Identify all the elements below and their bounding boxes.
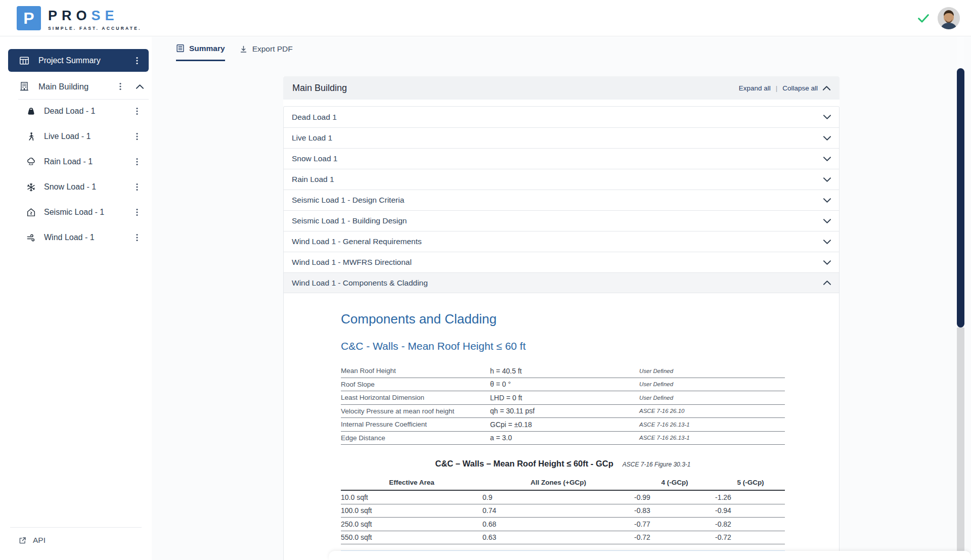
building-icon [19,81,29,91]
sidebar-item-live-load[interactable]: Live Load - 1 [8,126,149,147]
table-row: 250.0 sqft 0.68 -0.77 -0.82 [341,518,785,531]
sidebar-item-rain-load[interactable]: Rain Load - 1 [8,152,149,172]
chevron-down-icon [823,219,831,223]
scrollbar-track[interactable] [957,328,964,560]
logo-letter: P [23,9,34,28]
sidebar-item-label: Main Building [38,82,116,91]
sidebar-divider [18,99,149,100]
main-area: Summary Export PDF Main Building Expand … [152,37,971,560]
table-header-row: Effective Area All Zones (+GCp) 4 (-GCp)… [341,475,785,491]
brand-tagline: SIMPLE. FAST. ACCURATE. [48,26,142,31]
accordion-label: Wind Load 1 - General Requirements [292,237,422,246]
building-section-header: Main Building Expand all | Collapse all [283,76,840,100]
sidebar-item-label: Snow Load - 1 [44,182,133,192]
gcp-table-title: C&C – Walls – Mean Roof Height ≤ 60ft - … [435,459,613,469]
chevron-up-icon[interactable] [136,84,144,89]
accordion-row-seismic-design-criteria[interactable]: Seismic Load 1 - Design Criteria [284,190,839,210]
sidebar-item-dead-load[interactable]: Dead Load - 1 [8,101,149,121]
chevron-down-icon [823,240,831,244]
gcp-table-title-row: C&C – Walls – Mean Roof Height ≤ 60ft - … [341,459,785,469]
chevron-up-icon [823,281,831,285]
sidebar-item-seismic-load[interactable]: Seismic Load - 1 [8,202,149,222]
accordion-label: Rain Load 1 [292,175,334,184]
gcp-table-reference: ASCE 7-16 Figure 30.3-1 [623,461,691,468]
chevron-down-icon [823,177,831,182]
accordion-row-seismic-building-design[interactable]: Seismic Load 1 - Building Design [284,210,839,231]
accordion-row-snow-load[interactable]: Snow Load 1 [284,148,839,169]
kebab-menu-icon[interactable] [133,157,142,166]
sidebar-item-label: Dead Load - 1 [44,107,133,116]
kebab-menu-icon[interactable] [133,233,142,242]
external-link-icon [18,536,27,545]
prose-logo: P PROSE SIMPLE. FAST. ACCURATE. [17,6,142,31]
table-row: 100.0 sqft 0.74 -0.83 -0.94 [341,504,785,518]
accordion-label: Snow Load 1 [292,154,338,163]
user-avatar[interactable] [938,7,960,29]
table-row: 550.0 sqft 0.63 -0.72 -0.72 [341,531,785,545]
accordion-row-live-load[interactable]: Live Load 1 [284,127,839,148]
kebab-menu-icon[interactable] [133,107,142,116]
table-icon [19,56,29,66]
kebab-menu-icon[interactable] [133,132,142,141]
sidebar-item-label: API [33,536,46,545]
vertical-scrollbar[interactable] [957,37,964,560]
chevron-down-icon [823,136,831,141]
report-icon [176,44,185,53]
chevron-up-icon[interactable] [823,86,830,90]
accordion-row-rain-load[interactable]: Rain Load 1 [284,169,839,190]
tab-export-pdf[interactable]: Export PDF [239,37,293,61]
sidebar-item-label: Live Load - 1 [44,132,133,141]
kebab-menu-icon[interactable] [133,208,142,217]
sidebar-item-snow-load[interactable]: Snow Load - 1 [8,177,149,197]
sidebar-item-label: Seismic Load - 1 [44,208,133,217]
wind-icon [26,233,36,243]
sidebar-item-wind-load[interactable]: Wind Load - 1 [8,227,149,248]
chevron-down-icon [823,198,831,203]
collapse-all-link[interactable]: Collapse all [782,84,818,92]
download-icon [239,45,248,54]
tab-summary[interactable]: Summary [176,37,225,61]
accordion-label: Live Load 1 [292,133,332,143]
sidebar-divider [10,527,142,528]
content-bottom-edge [329,551,971,560]
sidebar-item-api[interactable]: API [8,530,149,550]
table-row: Velocity Pressure at mean roof height qh… [341,405,785,418]
table-row: Mean Roof Height h = 40.5 ft User Define… [341,364,785,378]
sidebar-item-main-building[interactable]: Main Building [8,76,149,97]
sidebar: Project Summary Main Building Dead Load … [0,37,152,560]
snowflake-icon [26,182,36,192]
sidebar-item-project-summary[interactable]: Project Summary [8,49,149,72]
table-row: Least Horizontal Dimension LHD = 0 ft Us… [341,391,785,405]
top-bar: P PROSE SIMPLE. FAST. ACCURATE. [0,0,971,36]
kebab-menu-icon[interactable] [133,182,142,192]
gcp-table: Effective Area All Zones (+GCp) 4 (-GCp)… [341,475,785,544]
report-card: Main Building Expand all | Collapse all … [283,76,840,560]
parameters-table: Mean Roof Height h = 40.5 ft User Define… [341,364,785,445]
accordion-row-wind-cc[interactable]: Wind Load 1 - Components & Cladding [284,272,839,293]
kebab-menu-icon[interactable] [133,56,142,65]
tab-label: Export PDF [252,44,293,54]
chevron-down-icon [823,115,831,119]
tab-bar: Summary Export PDF [176,37,293,61]
rain-cloud-icon [26,157,36,167]
accordion-label: Wind Load 1 - MWFRS Directional [292,258,412,267]
scrollbar-thumb[interactable] [957,68,964,328]
accordion-row-wind-mwfrs[interactable]: Wind Load 1 - MWFRS Directional [284,252,839,272]
accordion-row-dead-load[interactable]: Dead Load 1 [284,107,839,127]
wind-cc-content: Components and Cladding C&C - Walls - Me… [284,293,839,560]
tab-label: Summary [189,44,225,53]
kebab-menu-icon[interactable] [116,82,125,91]
separator: | [776,84,778,92]
sidebar-item-label: Rain Load - 1 [44,157,133,166]
table-row: 10.0 sqft 0.9 -0.99 -1.26 [341,491,785,504]
section-title: Main Building [292,83,347,94]
sidebar-item-label: Wind Load - 1 [44,233,133,242]
content-subheading: C&C - Walls - Mean Roof Height ≤ 60 ft [341,340,785,352]
expand-all-link[interactable]: Expand all [739,84,771,92]
accordion-row-wind-general[interactable]: Wind Load 1 - General Requirements [284,231,839,252]
table-row: Roof Slope θ = 0 ° User Defined [341,378,785,392]
wordmark: PROSE [48,9,142,23]
pedestrian-icon [26,132,36,142]
sidebar-item-label: Project Summary [38,56,133,65]
accordion-label: Seismic Load 1 - Building Design [292,216,407,225]
